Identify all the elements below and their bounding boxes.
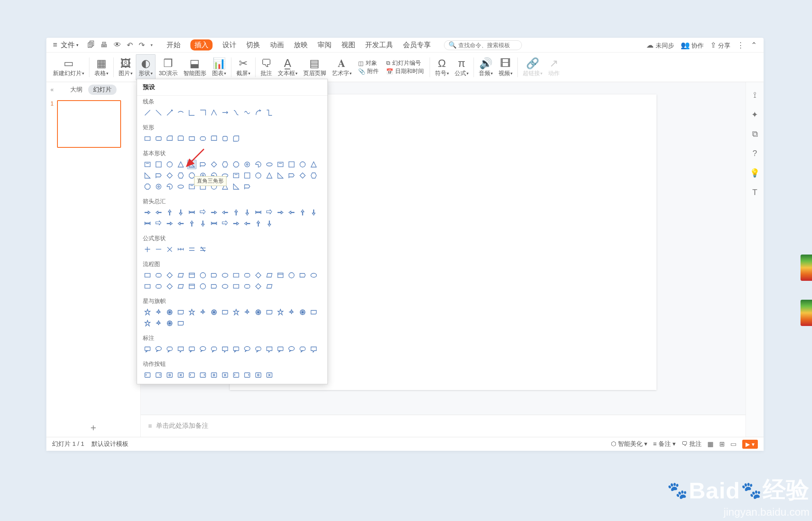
shape-option[interactable] (276, 271, 285, 280)
shape-option[interactable] (154, 219, 163, 228)
shape-option[interactable] (176, 319, 185, 328)
shape-option[interactable] (254, 108, 263, 117)
shape-option[interactable] (143, 344, 152, 354)
shape-option[interactable] (265, 219, 274, 228)
shape-option[interactable] (198, 245, 208, 254)
file-menu[interactable]: 文件▾ (61, 40, 78, 50)
hamburger-icon[interactable]: ≡ (53, 41, 57, 49)
shape-option[interactable] (254, 282, 263, 291)
shape-option[interactable] (187, 108, 197, 117)
shape-option[interactable] (198, 271, 208, 280)
shape-option[interactable] (143, 182, 152, 191)
shape-option[interactable] (176, 108, 185, 117)
shape-option[interactable] (309, 271, 318, 280)
shape-option[interactable] (165, 308, 174, 317)
shape-option[interactable] (287, 344, 296, 354)
shape-option[interactable] (265, 160, 274, 169)
shape-option[interactable] (309, 344, 318, 354)
ribbon-slidenum[interactable]: ⧉ 幻灯片编号 (386, 60, 424, 67)
shape-option[interactable] (309, 308, 318, 317)
preview-icon[interactable]: 👁 (114, 41, 121, 49)
ribbon-new-slide[interactable]: ▭新建幻灯片▾ (50, 54, 87, 80)
shape-option[interactable] (298, 160, 307, 169)
edge-tab-1[interactable] (801, 255, 812, 281)
tab-animation[interactable]: 动画 (270, 40, 284, 50)
shape-option[interactable] (176, 208, 185, 217)
shape-option[interactable] (254, 370, 263, 380)
tab-design[interactable]: 设计 (222, 40, 236, 50)
shape-option[interactable] (254, 160, 263, 169)
shape-option[interactable] (176, 134, 185, 143)
notes-pane[interactable]: ≡ 单击此处添加备注 (141, 415, 746, 437)
shape-option[interactable] (265, 271, 274, 280)
shape-option[interactable] (165, 370, 174, 380)
tab-outline[interactable]: 大纲 (70, 86, 82, 94)
shape-option[interactable] (242, 208, 252, 217)
shape-option[interactable] (231, 282, 241, 291)
shape-option[interactable] (309, 208, 318, 217)
comments-button[interactable]: 🗨 批注 (682, 440, 702, 448)
shape-option[interactable] (143, 282, 152, 291)
collapse-ribbon-icon[interactable]: ⌃ (751, 41, 757, 50)
shape-option[interactable] (198, 108, 208, 117)
shape-option[interactable] (276, 308, 285, 317)
shape-option[interactable] (231, 134, 241, 143)
shape-option[interactable] (254, 208, 263, 217)
shape-option[interactable] (242, 344, 252, 354)
shape-option[interactable] (276, 160, 285, 169)
shape-option[interactable] (165, 134, 174, 143)
shape-option[interactable] (187, 219, 197, 228)
shape-option[interactable] (220, 308, 230, 317)
shape-option[interactable] (165, 171, 174, 180)
print-icon[interactable]: 🖶 (101, 41, 108, 49)
share-button[interactable]: ⇪ 分享 (710, 41, 730, 50)
sliders-icon[interactable]: ⟟ (753, 90, 756, 100)
shape-option[interactable] (165, 271, 174, 280)
shape-option[interactable] (176, 282, 185, 291)
shape-option[interactable] (287, 208, 296, 217)
ribbon-attachment[interactable]: 📎 附件 (358, 68, 379, 75)
shape-option[interactable] (265, 108, 274, 117)
ribbon-comment[interactable]: 🗨批注 (258, 54, 274, 80)
shape-option[interactable] (154, 208, 163, 217)
view-sorter-icon[interactable]: ⊞ (719, 440, 725, 448)
tab-view[interactable]: 视图 (341, 40, 355, 50)
shape-option[interactable] (176, 160, 185, 169)
shape-option[interactable] (154, 245, 163, 254)
shape-option[interactable] (242, 282, 252, 291)
shape-option[interactable] (165, 245, 174, 254)
shape-option[interactable] (209, 308, 219, 317)
shape-option[interactable] (143, 219, 152, 228)
shape-option[interactable] (220, 370, 230, 380)
shape-option[interactable] (187, 245, 197, 254)
tab-insert[interactable]: 插入 (190, 39, 213, 50)
shape-option[interactable] (187, 134, 197, 143)
shape-option[interactable] (287, 160, 296, 169)
shape-option[interactable] (143, 245, 152, 254)
shape-option[interactable] (265, 208, 274, 217)
shape-option[interactable] (187, 208, 197, 217)
collapse-panel-icon[interactable]: « (50, 86, 54, 93)
tab-start[interactable]: 开始 (167, 40, 181, 50)
more-icon[interactable]: ▾ (151, 43, 153, 47)
shape-option[interactable] (298, 344, 307, 354)
shape-option[interactable] (209, 108, 219, 117)
shape-option[interactable] (143, 370, 152, 380)
shape-option[interactable] (165, 344, 174, 354)
shape-option[interactable] (231, 344, 241, 354)
shape-option[interactable] (242, 308, 252, 317)
shape-option[interactable] (198, 208, 208, 217)
help-icon[interactable]: ? (753, 149, 757, 158)
tab-transition[interactable]: 切换 (246, 40, 260, 50)
shape-option[interactable] (220, 271, 230, 280)
bulb-icon[interactable]: 💡 (750, 168, 760, 178)
shape-option[interactable] (231, 160, 241, 169)
ribbon-picture[interactable]: 🖼图片▾ (116, 54, 135, 80)
ribbon-screenshot[interactable]: ✂截屏▾ (234, 54, 253, 80)
text-icon[interactable]: T (752, 188, 757, 197)
ribbon-textbox[interactable]: A̲文本框▾ (275, 54, 300, 80)
shape-option[interactable] (276, 171, 285, 180)
shape-option[interactable] (176, 370, 185, 380)
ribbon-video[interactable]: 🎞视频▾ (496, 54, 515, 80)
shape-option[interactable] (198, 344, 208, 354)
